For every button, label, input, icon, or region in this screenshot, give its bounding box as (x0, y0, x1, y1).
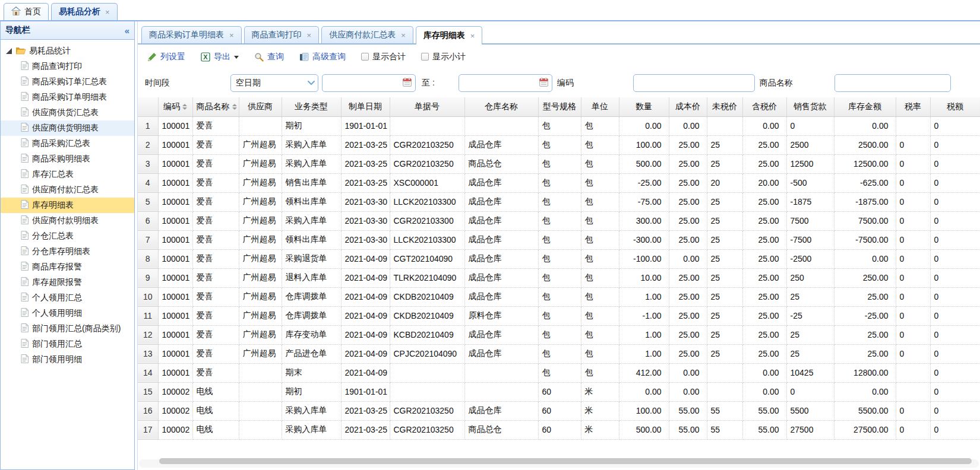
tab-home[interactable]: 首页 (4, 3, 49, 20)
table-cell: 爱喜 (192, 211, 239, 230)
sort-icon[interactable] (232, 104, 237, 110)
sidebar-item[interactable]: 库存汇总表 (1, 167, 134, 182)
report-tab[interactable]: 供应商付款汇总表× (321, 26, 413, 43)
sidebar-item[interactable]: 商品查询打印 (1, 59, 134, 74)
sidebar-item[interactable]: 库存超限报警 (1, 275, 134, 290)
table-row[interactable]: 12100001爱喜广州超易库存变动单2021-04-09KCBD2021040… (138, 325, 980, 344)
column-settings-button[interactable]: 列设置 (147, 52, 185, 62)
column-header[interactable]: 税额 (930, 97, 980, 116)
table-cell: 0 (896, 401, 930, 420)
sidebar-item[interactable]: 分仓库存明细表 (1, 244, 134, 259)
checkbox-icon[interactable] (421, 53, 429, 61)
table-cell: 60 (538, 401, 581, 420)
column-header[interactable]: 销售货款 (786, 97, 834, 116)
date-type-select[interactable]: 空日期 (230, 74, 318, 92)
sidebar-item[interactable]: 部门领用明细 (1, 352, 134, 367)
column-header[interactable]: 供应商 (239, 97, 282, 116)
table-cell: 米 (581, 382, 619, 401)
report-tab[interactable]: 商品查询打印× (244, 26, 320, 43)
table-row[interactable]: 16100002电线采购入库单2021-03-25CGR202103250成品仓… (138, 401, 980, 420)
sidebar-item[interactable]: 个人领用明细 (1, 306, 134, 321)
sidebar-item[interactable]: 个人领用汇总 (1, 290, 134, 306)
checkbox-icon[interactable] (361, 53, 369, 61)
table-row[interactable]: 15100002电线期初1901-01-0160米0.000.000.0000.… (138, 382, 980, 401)
table-row[interactable]: 2100001爱喜广州超易采购入库单2021-03-25CGR202103250… (138, 135, 980, 154)
close-icon[interactable]: × (105, 8, 110, 17)
column-header[interactable]: 制单日期 (341, 97, 390, 116)
table-row[interactable]: 11100001爱喜广州超易仓库调拨单2021-04-09CKDB2021040… (138, 306, 980, 325)
table-cell: 包 (581, 287, 619, 306)
column-header[interactable]: 商品名称 (192, 97, 239, 116)
sidebar-item[interactable]: 商品采购汇总表 (1, 136, 134, 151)
column-header[interactable]: 编码 (158, 97, 192, 116)
column-header[interactable]: 单据号 (390, 97, 464, 116)
column-header[interactable]: 单位 (581, 97, 619, 116)
column-header[interactable]: 仓库名称 (464, 97, 538, 116)
horizontal-scrollbar-track[interactable] (139, 459, 979, 468)
product-name-input[interactable] (834, 74, 951, 92)
sidebar-item[interactable]: 分仓汇总表 (1, 228, 134, 244)
sidebar-item[interactable]: 商品采购明细表 (1, 151, 134, 167)
table-row[interactable]: 13100001爱喜广州超易产品进仓单2021-04-09CPJC2021040… (138, 344, 980, 363)
sidebar-item[interactable]: 供应商供货明细表 (1, 120, 134, 136)
advanced-query-button[interactable]: 高级查询 (299, 52, 346, 62)
date-to-input[interactable] (459, 74, 552, 92)
show-total-checkbox[interactable]: 显示合计 (361, 52, 406, 62)
sort-icon[interactable] (182, 104, 187, 110)
table-row[interactable]: 3100001爱喜广州超易采购入库单2021-03-25CGR202103250… (138, 154, 980, 173)
tree-expand-icon[interactable] (5, 47, 12, 55)
calendar-icon[interactable] (403, 78, 412, 88)
export-button[interactable]: X 导出 (201, 52, 239, 62)
column-header[interactable]: 成本价 (669, 97, 707, 116)
sidebar-item[interactable]: 供应商供货汇总表 (1, 105, 134, 120)
sidebar-item[interactable]: 商品采购订单明细表 (1, 90, 134, 105)
column-header[interactable]: 业务类型 (282, 97, 341, 116)
sidebar-item[interactable]: 库存明细表 (1, 198, 134, 213)
column-header[interactable]: 未税价 (707, 97, 742, 116)
column-header[interactable]: 税率 (896, 97, 930, 116)
close-icon[interactable]: × (401, 31, 406, 40)
sidebar-item[interactable]: 商品库存报警 (1, 259, 134, 275)
close-icon[interactable]: × (470, 31, 475, 40)
table-row[interactable]: 8100001爱喜广州超易采购退货单2021-04-09CGT202104090… (138, 249, 980, 268)
sidebar-item[interactable]: 供应商付款汇总表 (1, 182, 134, 198)
column-header[interactable]: 库存金额 (834, 97, 896, 116)
query-button[interactable]: 查询 (254, 52, 284, 62)
calendar-icon[interactable] (539, 78, 548, 88)
report-tab[interactable]: 商品采购订单明细表× (141, 26, 242, 43)
table-row[interactable]: 10100001爱喜广州超易仓库调拨单2021-04-09CKDB2021040… (138, 287, 980, 306)
table-cell: 12800.00 (834, 363, 896, 382)
table-row[interactable]: 6100001爱喜广州超易采购入库单2021-03-30CGR202103300… (138, 211, 980, 230)
sidebar-item[interactable]: 部门领用汇总(商品类别) (1, 321, 134, 336)
collapse-sidebar-icon[interactable]: « (125, 26, 129, 36)
table-row[interactable]: 17100002电线采购入库单2021-03-25CGR202103250商品总… (138, 420, 980, 439)
table-row[interactable]: 5100001爱喜广州超易领料出库单2021-03-30LLCK20210330… (138, 192, 980, 211)
code-input[interactable] (633, 74, 755, 92)
table-cell: 爱喜 (192, 344, 239, 363)
table-row[interactable]: 4100001爱喜广州超易销售出库单2021-03-25XSC000001成品仓… (138, 173, 980, 192)
column-header[interactable]: 含税价 (742, 97, 786, 116)
close-icon[interactable]: × (229, 31, 234, 40)
sidebar-item[interactable]: 供应商付款明细表 (1, 213, 134, 228)
sidebar-item[interactable]: 商品采购订单汇总表 (1, 74, 134, 90)
column-header[interactable]: 型号规格 (538, 97, 581, 116)
show-subtotal-checkbox[interactable]: 显示小计 (421, 52, 466, 62)
date-from-input[interactable] (322, 74, 416, 92)
sidebar-item[interactable]: 部门领用汇总 (1, 336, 134, 352)
report-tab[interactable]: 库存明细表× (416, 26, 483, 45)
column-header[interactable]: 数量 (619, 97, 669, 116)
tree-root-consumables-stats[interactable]: 易耗品统计 (1, 43, 134, 59)
close-icon[interactable]: × (307, 31, 312, 40)
horizontal-scrollbar-thumb[interactable] (159, 458, 972, 464)
tab-consumables-analysis[interactable]: 易耗品分析 × (51, 3, 118, 20)
table-row[interactable]: 1100001爱喜期初1901-01-01包包0.000.000.0000.00… (138, 116, 980, 135)
table-row[interactable]: 14100001爱喜期末2021-04-09包包412.000.000.0010… (138, 363, 980, 382)
table-cell: 爱喜 (192, 135, 239, 154)
report-tab-label: 供应商付款汇总表 (329, 30, 396, 40)
table-cell: 1901-01-01 (341, 116, 390, 135)
table-cell: 2021-03-30 (341, 230, 390, 249)
chevron-down-icon[interactable] (305, 81, 318, 85)
table-row[interactable]: 7100001爱喜广州超易领料出库单2021-03-30LLCK20210330… (138, 230, 980, 249)
table-cell: 25.00 (669, 230, 707, 249)
table-row[interactable]: 9100001爱喜广州超易退料入库单2021-04-09TLRK20210409… (138, 268, 980, 287)
